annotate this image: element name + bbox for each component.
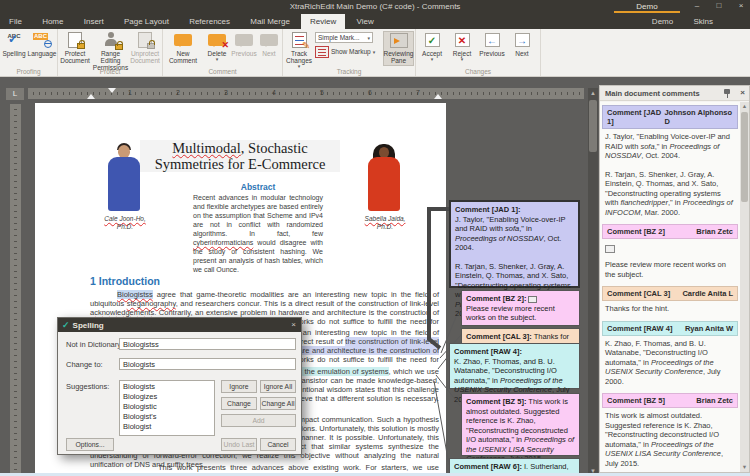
track-changes-button[interactable]: ✎ Track Changes ▾ [283, 31, 315, 66]
previous-change-button[interactable]: ← Previous [476, 31, 508, 66]
range-editing-icon [103, 32, 119, 48]
cancel-button[interactable]: Cancel [260, 438, 296, 451]
document-scrollbar[interactable]: ▲ ▼ [588, 88, 598, 476]
options-button[interactable]: Options... [66, 438, 114, 451]
scrollbar-thumb[interactable] [589, 100, 597, 152]
horizontal-ruler[interactable]: 1 2 3 4 5 6 7 [28, 88, 584, 99]
undo-last-button: Undo Last [221, 438, 257, 451]
suggestion-item[interactable]: Biologist's [123, 412, 211, 422]
abstract-text: Recent advances in modular technology an… [193, 193, 323, 274]
reviewing-pane-button[interactable]: Reviewing Pane [383, 31, 414, 66]
tab-selector[interactable]: L [6, 88, 24, 100]
unprotect-document-icon [138, 32, 152, 48]
tab-view[interactable]: View [348, 14, 383, 29]
tab-home[interactable]: Home [33, 14, 72, 29]
pane-comment-raw4[interactable]: Comment [RAW 4]Ryan Anita W K. Zhao, F. … [602, 321, 738, 387]
delete-comment-button[interactable]: ✕ Delete ▾ [203, 31, 231, 66]
next-comment-icon [260, 34, 278, 46]
vertical-ruler[interactable] [10, 104, 21, 476]
scroll-up-icon[interactable]: ▲ [740, 102, 749, 111]
suggestion-item[interactable]: Biologists [123, 382, 211, 392]
comments-pane-header: Main document comments × [600, 86, 749, 101]
pin-icon[interactable] [723, 89, 731, 98]
next-comment-button: Next [257, 31, 281, 66]
comment-bubble-bz5[interactable]: Comment [BZ 5]: This work is almost outd… [461, 393, 580, 456]
pane-comment-jad1[interactable]: Comment [JAD 1]Johnson Alphonso D J. Tay… [602, 105, 738, 217]
group-proofing: ABC✓ Spelling ABC Language Proofing [0, 29, 58, 76]
scroll-down-icon[interactable]: ▼ [740, 463, 749, 472]
dropdown-arrow-icon: ▾ [373, 50, 376, 54]
maximize-icon[interactable]: □ [712, 1, 726, 10]
reject-icon: ✕ [455, 33, 470, 47]
not-in-dictionary-field[interactable]: Biologistss [119, 338, 296, 350]
tab-page-layout[interactable]: Page Layout [115, 14, 178, 29]
suggestions-list[interactable]: Biologists Biologizes Biologistic Biolog… [119, 380, 215, 436]
comment-bubble-bz2[interactable]: Comment [BZ 2]: Please review more recen… [461, 290, 580, 326]
previous-comment-icon [235, 34, 253, 46]
accept-icon: ✓ [425, 33, 440, 47]
titlebar: XtraRichEdit Main Demo (C# code) - Comme… [0, 0, 750, 14]
unprotect-document-button: Unprotect Document [129, 31, 161, 66]
track-changes-icon: ✎ [292, 32, 307, 48]
tab-review[interactable]: Review [301, 14, 345, 29]
right-indent-marker[interactable] [434, 90, 442, 99]
change-button[interactable]: Change [221, 397, 257, 410]
spelling-dialog-icon: ✓ [62, 320, 70, 330]
dropdown-arrow-icon: ▾ [431, 57, 434, 61]
scrollbar-thumb[interactable] [741, 112, 748, 202]
left-indent-marker[interactable] [87, 90, 95, 99]
spelling-button[interactable]: ABC✓ Spelling [0, 31, 28, 66]
markup-view-combo[interactable]: Simple Mark... ▾ [315, 32, 373, 43]
accept-change-button[interactable]: ✓ Accept ▾ [416, 31, 448, 66]
comment-bubble-cal3[interactable]: Comment [CAL 3]: Thanks for the hint. [461, 328, 580, 344]
show-markup-button[interactable]: Show Markup ▾ [315, 45, 383, 58]
close-icon[interactable]: × [291, 320, 296, 329]
close-icon[interactable]: × [740, 88, 745, 97]
change-to-label: Change to: [66, 360, 103, 369]
next-change-button[interactable]: → Next [508, 31, 536, 66]
change-all-button[interactable]: Change All [260, 397, 296, 410]
tab-insert[interactable]: Insert [75, 14, 113, 29]
suggestion-item[interactable]: Biologistic [123, 402, 211, 412]
tab-mail-merge[interactable]: Mail Merge [241, 14, 299, 29]
paper-title: Multimodal, Stochastic Symmetries for E-… [140, 140, 340, 172]
demo-ribbon-button[interactable]: Demo [614, 0, 680, 13]
app-window: XtraRichEdit Main Demo (C# code) - Comme… [0, 0, 750, 476]
dropdown-arrow-icon: ▾ [367, 36, 370, 40]
previous-change-icon: ← [485, 33, 500, 47]
comments-pane-body[interactable]: Comment [JAD 1]Johnson Alphonso D J. Tay… [600, 102, 740, 472]
tab-references[interactable]: References [180, 14, 239, 29]
suggestions-label: Suggestions: [66, 382, 109, 391]
scroll-up-icon[interactable]: ▲ [588, 88, 598, 98]
first-line-indent-marker[interactable] [108, 88, 116, 97]
embedded-object-icon [605, 245, 615, 253]
spelling-dialog-titlebar[interactable]: ✓Spelling × [58, 318, 301, 332]
dropdown-arrow-icon: ▾ [216, 57, 219, 61]
add-button: Add [221, 414, 296, 427]
tab-file[interactable]: File [0, 14, 31, 29]
protect-document-button[interactable]: Protect Document [58, 31, 92, 66]
dropdown-arrow-icon: ▾ [461, 57, 464, 61]
change-to-field[interactable]: Biologists [119, 358, 296, 370]
suggestion-item[interactable]: Biologizes [123, 392, 211, 402]
group-comment: New Comment ✕ Delete ▾ Previous Next Com… [163, 29, 283, 76]
language-button[interactable]: ABC Language [28, 31, 56, 66]
pane-scrollbar[interactable]: ▲ ▼ [740, 102, 749, 472]
comment-bubble-jad1[interactable]: Comment [JAD 1]: J. Taylor, "Enabling Vo… [449, 200, 580, 288]
close-icon[interactable]: × [734, 1, 748, 10]
suggestion-item[interactable]: Biologist [123, 422, 211, 432]
tab-demo[interactable]: Demo [643, 14, 682, 29]
new-comment-icon [174, 34, 192, 46]
reject-change-button[interactable]: ✕ Reject ▾ [448, 31, 476, 66]
ignore-all-button[interactable]: Ignore All [260, 380, 296, 393]
pane-comment-bz2[interactable]: Comment [BZ 2]Brian Zetc Please review m… [602, 224, 738, 279]
pane-comment-bz5[interactable]: Comment [BZ 5]Brian Zetc This work is al… [602, 393, 738, 468]
delete-comment-icon: ✕ [208, 34, 226, 46]
new-comment-button[interactable]: New Comment [163, 31, 203, 66]
pane-comment-cal3[interactable]: Comment [CAL 3]Cardle Anita L Thanks for… [602, 286, 738, 314]
range-editing-permissions-button[interactable]: Range Editing Permissions [92, 31, 129, 66]
ignore-button[interactable]: Ignore [221, 380, 257, 393]
comment-bubble-raw4[interactable]: Comment [RAW 4]: K. Zhao, F. Thomas, and… [449, 343, 580, 389]
minimize-icon[interactable]: – [690, 1, 704, 10]
tab-skins[interactable]: Skins [684, 14, 722, 29]
